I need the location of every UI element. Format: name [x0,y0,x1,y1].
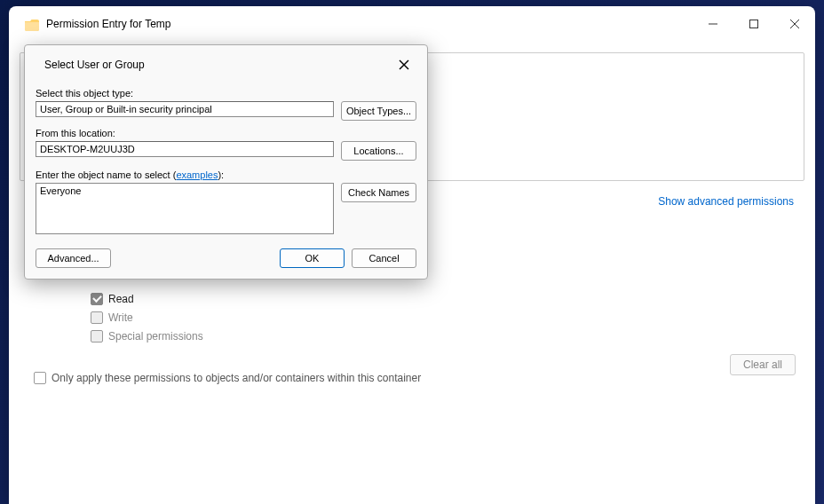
maximize-button[interactable] [733,6,774,42]
read-label: Read [108,293,134,305]
special-label: Special permissions [108,330,203,343]
check-names-button[interactable]: Check Names [341,183,416,202]
ok-button[interactable]: OK [280,248,345,268]
minimize-button[interactable] [693,6,733,42]
dialog-titlebar: Select User or Group [25,45,427,84]
object-type-field: User, Group or Built-in security princip… [36,101,334,117]
svg-rect-1 [750,20,758,28]
permission-write: Write [91,308,804,327]
locations-button[interactable]: Locations... [341,141,416,161]
dialog-title: Select User or Group [44,59,393,71]
footer-spacer [118,248,273,268]
read-checkbox[interactable] [91,293,103,305]
window-title: Permission Entry for Temp [46,18,693,30]
special-checkbox[interactable] [91,330,103,343]
object-name-input[interactable] [36,183,334,234]
only-apply-row: Only apply these permissions to objects … [34,372,804,384]
folder-icon [25,19,39,30]
permission-read: Read [91,289,804,308]
titlebar: Permission Entry for Temp [9,6,815,42]
permission-special: Special permissions [91,327,804,345]
only-apply-label: Only apply these permissions to objects … [52,372,421,384]
window-controls [693,6,815,42]
location-label: From this location: [36,128,416,138]
permissions-list: Read Write Special permissions [91,289,804,345]
select-user-dialog: Select User or Group Select this object … [24,44,428,280]
location-field: DESKTOP-M2UUJ3D [36,141,334,157]
examples-link[interactable]: examples [176,169,218,180]
enter-prefix: Enter the object name to select ( [36,169,176,180]
close-button[interactable] [774,6,815,42]
write-label: Write [108,311,133,324]
dialog-footer: Advanced... OK Cancel [25,243,427,275]
enter-name-label: Enter the object name to select (example… [36,169,416,180]
object-type-label: Select this object type: [36,88,416,98]
dialog-close-button[interactable] [393,54,415,75]
clear-all-button[interactable]: Clear all [730,354,796,375]
advanced-button[interactable]: Advanced... [36,248,111,268]
dialog-body: Select this object type: User, Group or … [25,88,427,243]
enter-suffix: ): [218,169,224,180]
write-checkbox[interactable] [91,311,103,324]
only-apply-checkbox[interactable] [34,372,46,384]
object-types-button[interactable]: Object Types... [341,101,416,121]
cancel-button[interactable]: Cancel [352,248,416,268]
